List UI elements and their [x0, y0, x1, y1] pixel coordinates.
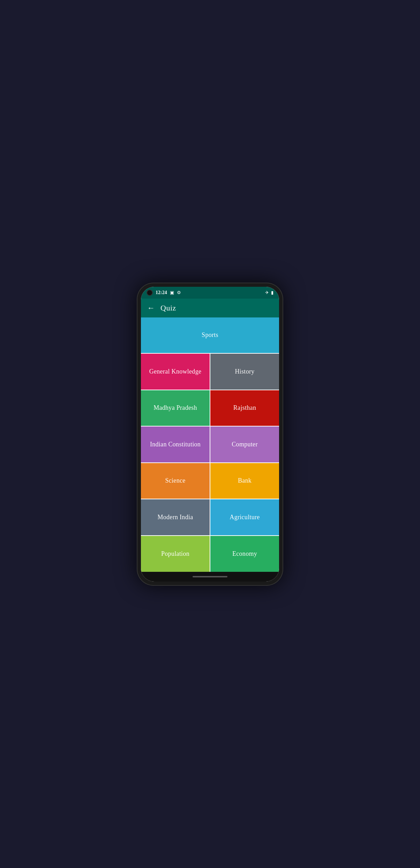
grid-row-2: General Knowledge History — [141, 354, 279, 390]
category-sports[interactable]: Sports — [141, 317, 279, 353]
category-grid: Sports General Knowledge History Madhya … — [141, 317, 279, 572]
status-bar: 12:24 ▣ ⚙ ✈ ▮ — [141, 287, 279, 299]
category-science-label: Science — [165, 477, 185, 485]
category-rajsthan[interactable]: Rajsthan — [210, 390, 279, 426]
camera-icon — [147, 290, 153, 296]
home-indicator — [193, 576, 227, 577]
app-bar: ← Quiz — [141, 299, 279, 317]
category-ic-label: Indian Constitution — [150, 440, 201, 448]
grid-row-4: Indian Constitution Computer — [141, 427, 279, 463]
category-history[interactable]: History — [210, 354, 279, 390]
category-economy-label: Economy — [232, 550, 257, 558]
bottom-bar — [141, 572, 279, 582]
phone-frame: 12:24 ▣ ⚙ ✈ ▮ ← Quiz Sports — [137, 283, 283, 586]
category-science[interactable]: Science — [141, 463, 210, 499]
status-bar-right: ✈ ▮ — [265, 290, 273, 295]
sim-icon: ▣ — [170, 290, 174, 295]
grid-row-3: Madhya Pradesh Rajsthan — [141, 390, 279, 427]
category-computer-label: Computer — [232, 440, 257, 448]
category-gk-label: General Knowledge — [149, 368, 202, 376]
airplane-icon: ✈ — [265, 290, 269, 295]
app-title: Quiz — [160, 304, 176, 313]
category-agri-label: Agriculture — [230, 513, 260, 521]
battery-icon: ▮ — [271, 290, 273, 295]
grid-row-5: Science Bank — [141, 463, 279, 500]
category-bank-label: Bank — [238, 477, 252, 485]
phone-screen: 12:24 ▣ ⚙ ✈ ▮ ← Quiz Sports — [141, 287, 279, 582]
category-bank[interactable]: Bank — [210, 463, 279, 499]
category-economy[interactable]: Economy — [210, 536, 279, 572]
category-general-knowledge[interactable]: General Knowledge — [141, 354, 210, 390]
category-modern-india[interactable]: Modern India — [141, 499, 210, 535]
category-indian-constitution[interactable]: Indian Constitution — [141, 427, 210, 462]
status-time: 12:24 — [156, 290, 167, 295]
category-computer[interactable]: Computer — [210, 427, 279, 462]
category-sports-label: Sports — [202, 331, 218, 339]
grid-row-1: Sports — [141, 317, 279, 354]
category-mp-label: Madhya Pradesh — [153, 404, 197, 412]
category-madhya-pradesh[interactable]: Madhya Pradesh — [141, 390, 210, 426]
grid-row-7: Population Economy — [141, 536, 279, 572]
category-agriculture[interactable]: Agriculture — [210, 499, 279, 535]
category-pop-label: Population — [161, 550, 189, 558]
settings-icon: ⚙ — [177, 290, 181, 295]
status-bar-left: 12:24 ▣ ⚙ — [147, 290, 181, 296]
category-population[interactable]: Population — [141, 536, 210, 572]
back-button[interactable]: ← — [147, 304, 155, 313]
grid-row-6: Modern India Agriculture — [141, 499, 279, 536]
category-mi-label: Modern India — [157, 513, 193, 521]
category-rajsthan-label: Rajsthan — [233, 404, 256, 412]
category-history-label: History — [235, 368, 254, 376]
